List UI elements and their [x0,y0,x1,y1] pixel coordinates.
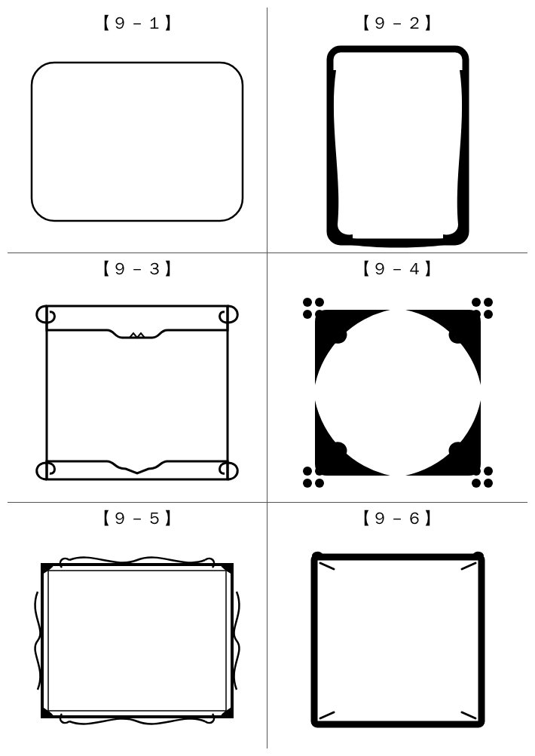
svg-rect-9 [314,557,482,724]
cell-label: 【９－２】 [354,12,441,35]
art-nouveau-tall-frame-icon [315,40,481,251]
scroll-corner-frame-icon [24,283,250,502]
frame-art-9-5 [8,533,267,748]
frame-art-9-3 [8,283,267,502]
svg-rect-8 [48,571,226,711]
frame-art-9-6 [268,533,527,748]
svg-rect-7 [42,565,232,717]
frame-art-9-1 [8,38,267,253]
svg-rect-1 [330,49,466,242]
cell-label: 【９－６】 [354,507,441,530]
cell-9-5: 【９－５】 [8,503,268,748]
frame-catalog-page: 【９－１】 【９－２】 【９－３】 [0,0,535,756]
frame-art-9-2 [268,38,527,253]
spiral-dot-corner-frame-icon [292,287,503,498]
cell-9-1: 【９－１】 [8,8,268,253]
cell-9-4: 【９－４】 [268,253,527,503]
cell-label: 【９－３】 [94,258,181,280]
rounded-rectangle-frame-icon [24,55,250,236]
svg-rect-2 [47,306,228,479]
frame-art-9-4 [268,283,527,502]
cell-9-3: 【９－３】 [8,253,268,503]
cell-9-6: 【９－６】 [268,503,527,748]
ornate-double-rule-frame-icon [24,546,250,735]
frame-grid: 【９－１】 【９－２】 【９－３】 [8,8,527,748]
heavy-square-frame-icon [304,546,492,735]
cell-label: 【９－１】 [94,12,181,35]
cell-label: 【９－４】 [354,258,441,280]
cell-9-2: 【９－２】 [268,8,527,253]
cell-label: 【９－５】 [94,507,181,530]
svg-rect-0 [32,63,243,221]
